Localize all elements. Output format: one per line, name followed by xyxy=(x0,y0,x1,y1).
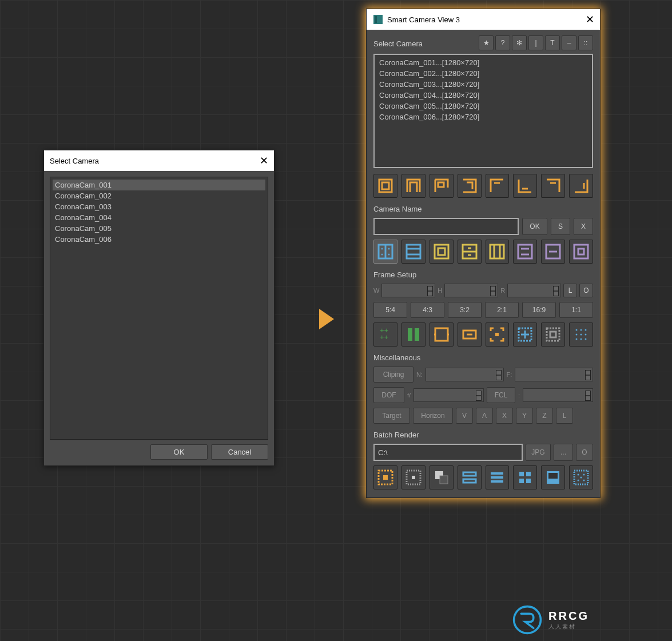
view-d-icon[interactable] xyxy=(458,174,482,198)
f-label: F: xyxy=(507,371,512,378)
guide-split-icon[interactable] xyxy=(401,323,426,347)
guide-cross-icon[interactable] xyxy=(513,323,537,347)
horizon-button[interactable]: Horizon xyxy=(413,408,453,424)
list-item[interactable]: CoronaCam_006 xyxy=(53,234,265,245)
guide-corners-icon[interactable] xyxy=(486,323,510,347)
grid-4-icon[interactable] xyxy=(458,240,482,264)
view-tl-icon[interactable] xyxy=(486,174,510,198)
batch-3-icon[interactable] xyxy=(430,465,454,489)
ratio-169-button[interactable]: 16:9 xyxy=(522,302,556,318)
list-item[interactable]: CoronaCam_003...[1280×720] xyxy=(377,79,590,90)
o-button[interactable]: O xyxy=(579,284,593,297)
fcl-input[interactable] xyxy=(523,388,593,402)
far-input[interactable] xyxy=(515,368,593,381)
list-item[interactable]: CoronaCam_001...[1280×720] xyxy=(377,57,590,68)
grid-6-icon[interactable] xyxy=(513,240,537,264)
star-button[interactable]: ★ xyxy=(479,35,494,50)
l-button[interactable]: L xyxy=(563,284,577,297)
titlebar[interactable]: Smart Camera View 3 ✕ xyxy=(367,9,600,30)
list-item[interactable]: CoronaCam_005...[1280×720] xyxy=(377,101,590,112)
settings-button[interactable]: ✻ xyxy=(512,35,527,50)
text-button[interactable]: T xyxy=(545,35,560,50)
browse-button[interactable]: ... xyxy=(554,444,573,461)
ratio-43-button[interactable]: 4:3 xyxy=(411,302,444,318)
batch-7-icon[interactable] xyxy=(541,465,565,489)
camera-list[interactable]: CoronaCam_001...[1280×720] CoronaCam_002… xyxy=(373,54,593,168)
jpg-button[interactable]: JPG xyxy=(526,444,551,461)
batch-5-icon[interactable] xyxy=(486,465,510,489)
batch-1-icon[interactable] xyxy=(373,465,397,489)
list-item[interactable]: CoronaCam_005 xyxy=(53,223,265,234)
dof-button[interactable]: DOF xyxy=(373,387,404,403)
axis-x-button[interactable]: X xyxy=(496,408,513,424)
list-item[interactable]: CoronaCam_002...[1280×720] xyxy=(377,68,590,79)
svg-rect-1 xyxy=(375,16,377,23)
grid-8-icon[interactable] xyxy=(569,240,593,264)
guide-center-icon[interactable] xyxy=(458,323,482,347)
list-item[interactable]: CoronaCam_003 xyxy=(53,201,265,212)
list-item[interactable]: CoronaCam_006...[1280×720] xyxy=(377,112,590,122)
axis-z-button[interactable]: Z xyxy=(536,408,553,424)
grid-1-icon[interactable] xyxy=(373,240,397,264)
ratio-input[interactable] xyxy=(507,284,561,297)
batch-label: Batch Render xyxy=(373,431,593,439)
ok-button[interactable]: OK xyxy=(522,218,547,235)
view-br-icon[interactable] xyxy=(569,174,593,198)
ratio-21-button[interactable]: 2:1 xyxy=(485,302,519,318)
ratio-32-button[interactable]: 3:2 xyxy=(448,302,482,318)
grid-7-icon[interactable] xyxy=(541,240,565,264)
dots-button[interactable]: :: xyxy=(578,35,593,50)
close-icon[interactable]: ✕ xyxy=(260,154,268,167)
svg-rect-68 xyxy=(526,479,531,483)
ok-button[interactable]: OK xyxy=(150,444,208,460)
v-button[interactable]: V xyxy=(456,408,473,424)
s-button[interactable]: S xyxy=(551,218,570,235)
guide-dots-icon[interactable] xyxy=(569,323,593,347)
list-item[interactable]: CoronaCam_001 xyxy=(53,180,265,190)
fcl-button[interactable]: FCL xyxy=(487,387,515,403)
min-button[interactable]: – xyxy=(562,35,576,50)
batch-8-icon[interactable] xyxy=(569,465,593,489)
grid-3-icon[interactable] xyxy=(430,240,454,264)
camera-list[interactable]: CoronaCam_001 CoronaCam_002 CoronaCam_00… xyxy=(50,177,268,440)
view-r-icon[interactable] xyxy=(430,174,454,198)
grid-5-icon[interactable] xyxy=(486,240,510,264)
x-button[interactable]: X xyxy=(574,218,593,235)
cliping-button[interactable]: Cliping xyxy=(373,367,413,383)
view-bl-icon[interactable] xyxy=(513,174,537,198)
batch-2-icon[interactable] xyxy=(401,465,426,489)
guide-frame-icon[interactable] xyxy=(430,323,454,347)
guide-add-icon[interactable]: ++++ xyxy=(373,323,397,347)
list-item[interactable]: CoronaCam_002 xyxy=(53,190,265,201)
watermark: RRCG 人人素材 xyxy=(512,604,589,635)
a-button[interactable]: A xyxy=(476,408,493,424)
target-button[interactable]: Target xyxy=(373,408,410,424)
list-item[interactable]: CoronaCam_004 xyxy=(53,212,265,223)
fstop-input[interactable] xyxy=(413,388,484,402)
view-tr-icon[interactable] xyxy=(541,174,565,198)
help-button[interactable]: ? xyxy=(495,35,510,50)
axis-y-button[interactable]: Y xyxy=(516,408,533,424)
height-input[interactable] xyxy=(444,284,498,297)
divider-button[interactable]: | xyxy=(528,35,543,50)
camera-name-input[interactable] xyxy=(373,218,519,235)
view-n-icon[interactable] xyxy=(401,174,426,198)
batch-4-icon[interactable] xyxy=(458,465,482,489)
open-button[interactable]: O xyxy=(576,444,593,461)
guide-dashbox-icon[interactable] xyxy=(541,323,565,347)
list-item[interactable]: CoronaCam_004...[1280×720] xyxy=(377,90,590,101)
frame-setup-label: Frame Setup xyxy=(373,270,593,279)
close-icon[interactable]: ✕ xyxy=(586,13,594,26)
titlebar[interactable]: Select Camera ✕ xyxy=(44,150,274,171)
ratio-54-button[interactable]: 5:4 xyxy=(373,302,407,318)
axis-l-button[interactable]: L xyxy=(556,408,573,424)
view-a-icon[interactable] xyxy=(373,174,397,198)
cancel-button[interactable]: Cancel xyxy=(211,444,268,460)
ratio-11-button[interactable]: 1:1 xyxy=(559,302,593,318)
width-input[interactable] xyxy=(381,284,435,297)
svg-point-75 xyxy=(583,480,585,481)
near-input[interactable] xyxy=(426,368,504,381)
batch-path-input[interactable] xyxy=(373,444,523,461)
grid-2-icon[interactable] xyxy=(401,240,426,264)
batch-6-icon[interactable] xyxy=(513,465,537,489)
